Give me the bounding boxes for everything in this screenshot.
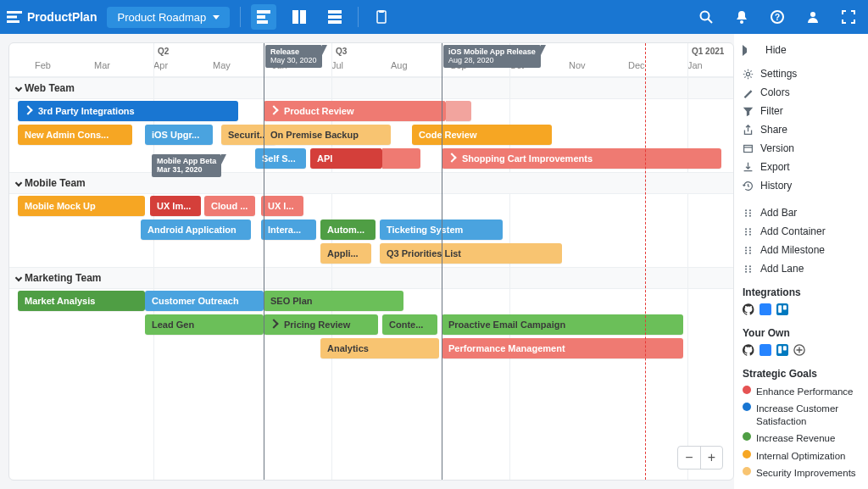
side-add-bar-row[interactable]: Add Bar: [743, 203, 860, 222]
side-history-row[interactable]: History: [743, 176, 860, 195]
roadmap-bar[interactable]: Performance Management: [442, 338, 683, 358]
roadmap-bar[interactable]: iOS Upgr...: [145, 125, 213, 145]
roadmap-board[interactable]: FebMarAprMayJunJulAugSepOctNovDecJanQ2Q3…: [8, 42, 734, 481]
svg-point-31: [749, 231, 751, 232]
roadmap-bar[interactable]: Conte...: [382, 314, 437, 335]
github-icon[interactable]: [743, 303, 754, 315]
svg-rect-2: [7, 20, 19, 23]
milestone-flag[interactable]: Mobile App BetaMar 31, 2020: [152, 154, 221, 177]
svg-point-40: [745, 265, 747, 267]
side-version-row[interactable]: Version: [743, 139, 860, 158]
clipboard-button[interactable]: [369, 4, 394, 30]
roadmap-bar[interactable]: Analytics: [320, 338, 439, 358]
chevron-down-icon: [15, 85, 22, 92]
lane-header-mobile[interactable]: Mobile TeamMobile App BetaMar 31, 2020: [9, 172, 733, 194]
roadmap-bar[interactable]: Code Review: [412, 125, 552, 145]
roadmap-bar[interactable]: Self S...: [255, 148, 306, 169]
view-board-button[interactable]: [287, 4, 312, 30]
roadmap-bar[interactable]: 3rd Party Integrations: [18, 101, 238, 121]
lane-header-web[interactable]: Web Team: [9, 77, 733, 99]
milestone-flag[interactable]: iOS Mobile App ReleaseAug 28, 2020: [443, 45, 541, 68]
side-share-row[interactable]: Share: [743, 120, 860, 139]
svg-line-14: [709, 19, 713, 24]
fullscreen-button[interactable]: [836, 4, 861, 30]
goal-row[interactable]: Enhance Performance: [743, 383, 860, 400]
svg-point-24: [745, 212, 747, 214]
goal-label: Increase Customer Satisfaction: [756, 403, 860, 427]
roadmap-bar[interactable]: Android Application: [141, 219, 251, 240]
notifications-button[interactable]: [729, 4, 754, 30]
view-timeline-button[interactable]: [251, 4, 276, 30]
account-button[interactable]: [800, 4, 826, 30]
roadmap-bar[interactable]: Shopping Cart Improvements: [442, 148, 721, 169]
your-own-header: Your Own: [743, 327, 860, 339]
side-add-container-row[interactable]: Add Container: [743, 222, 860, 241]
roadmap-bar[interactable]: Cloud ...: [204, 196, 255, 216]
jira-icon[interactable]: [760, 344, 771, 356]
trello-icon[interactable]: [776, 344, 788, 356]
legend-dot-icon: [743, 432, 751, 441]
roadmap-bar[interactable]: Lead Gen: [145, 314, 264, 335]
search-button[interactable]: [693, 4, 719, 30]
lane-body-marketing: Market AnalysisCustomer OutreachSEO Plan…: [9, 289, 733, 362]
bar-label: New Admin Cons...: [25, 130, 108, 140]
zoom-in-button[interactable]: +: [700, 447, 722, 469]
roadmap-bar[interactable]: Q3 Priorities List: [380, 243, 562, 264]
month-label: Aug: [391, 60, 408, 70]
trello-icon[interactable]: [776, 303, 788, 315]
lane-title: Mobile Team: [25, 177, 86, 189]
board-container: FebMarAprMayJunJulAugSepOctNovDecJanQ2Q3…: [0, 34, 734, 489]
separator: [240, 7, 241, 27]
svg-point-19: [746, 72, 749, 75]
side-settings-row[interactable]: Settings: [743, 64, 860, 83]
goal-row[interactable]: Increase Revenue: [743, 430, 860, 447]
lane-header-marketing[interactable]: Marketing Team: [9, 267, 733, 289]
roadmap-bar-tail[interactable]: [446, 101, 471, 121]
roadmap-bar[interactable]: Autom...: [320, 219, 376, 240]
roadmap-bar[interactable]: UX I...: [261, 196, 303, 216]
roadmap-bar[interactable]: On Premise Backup: [264, 125, 391, 145]
goal-row[interactable]: Increase Customer Satisfaction: [743, 400, 860, 430]
roadmap-bar[interactable]: Pricing Review: [264, 314, 378, 335]
roadmap-bar[interactable]: New Admin Cons...: [18, 125, 132, 145]
add-integration-icon[interactable]: [793, 344, 805, 356]
hide-panel-row[interactable]: Hide: [743, 41, 860, 59]
bar-label: On Premise Backup: [270, 130, 359, 140]
help-button[interactable]: ?: [765, 4, 790, 30]
view-table-button[interactable]: [322, 4, 348, 30]
roadmap-bar[interactable]: Mobile Mock Up: [18, 196, 145, 216]
roadmap-bar[interactable]: Customer Outreach: [145, 291, 264, 311]
roadmap-bar[interactable]: Appli...: [320, 243, 371, 264]
goal-row[interactable]: Security Improvements: [743, 464, 860, 481]
roadmap-bar-tail[interactable]: [382, 148, 420, 169]
jira-icon[interactable]: [760, 303, 771, 315]
roadmap-bar[interactable]: Product Review: [264, 101, 446, 121]
side-item-label: Export: [760, 161, 790, 173]
milestone-flag[interactable]: ReleaseMay 30, 2020: [265, 45, 322, 68]
roadmap-bar[interactable]: Market Analysis: [18, 291, 145, 311]
brand[interactable]: ProductPlan: [7, 10, 97, 24]
chevron-down-icon: [213, 15, 220, 19]
roadmap-bar[interactable]: UX Im...: [150, 196, 201, 216]
svg-point-41: [749, 265, 751, 267]
roadmap-bar[interactable]: SEO Plan: [264, 291, 403, 311]
roadmap-bar[interactable]: API: [310, 148, 382, 169]
bar-label: SEO Plan: [270, 296, 313, 306]
svg-point-29: [749, 228, 751, 230]
goal-row[interactable]: Internal Optimization: [743, 447, 860, 464]
roadmap-bar[interactable]: Proactive Email Campaign: [442, 314, 683, 335]
zoom-out-button[interactable]: −: [678, 447, 700, 469]
side-filter-row[interactable]: Filter: [743, 102, 860, 120]
side-add-lane-row[interactable]: Add Lane: [743, 259, 860, 278]
side-add-milestone-row[interactable]: Add Milestone: [743, 241, 860, 259]
bar-label: UX Im...: [157, 201, 191, 211]
plan-selector[interactable]: Product Roadmap: [107, 7, 230, 28]
side-colors-row[interactable]: Colors: [743, 83, 860, 102]
strategic-goals-header: Strategic Goals: [743, 368, 860, 380]
roadmap-bar[interactable]: Intera...: [261, 219, 316, 240]
legend-dot-icon: [743, 386, 751, 394]
github-icon[interactable]: [743, 344, 754, 356]
legend-dot-icon: [743, 467, 751, 475]
grip-icon: [743, 264, 754, 275]
side-export-row[interactable]: Export: [743, 158, 860, 176]
